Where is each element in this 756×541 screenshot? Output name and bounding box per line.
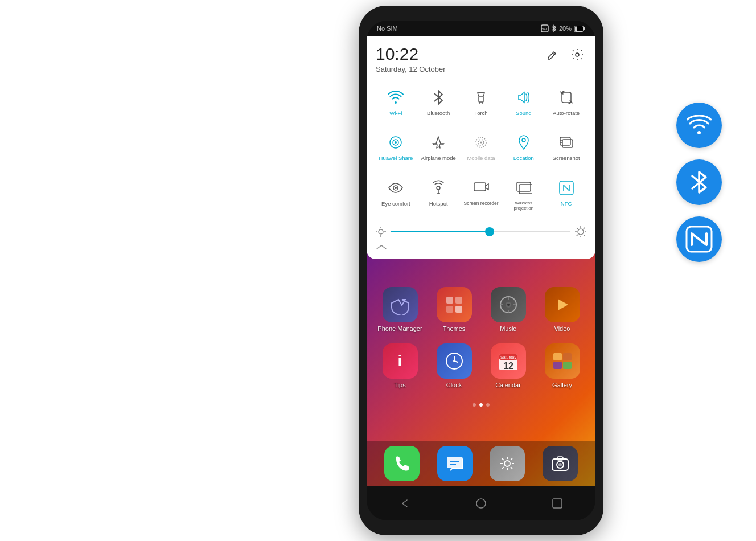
svg-rect-62 [447,457,463,468]
huawei-share-label: Huawei Share [379,155,413,161]
dot-3 [486,403,490,407]
recent-apps-button[interactable] [546,492,569,515]
svg-rect-3 [575,26,577,31]
dock-settings[interactable] [481,446,534,481]
camera-icon [543,446,578,481]
dot-2 [479,403,483,407]
brightness-slider[interactable] [391,231,570,232]
nfc-side-badge [676,216,722,262]
svg-point-48 [507,304,510,306]
page-dots [367,403,595,407]
tile-location[interactable]: Location [503,128,544,166]
svg-rect-43 [455,297,462,304]
dock-camera[interactable] [534,446,587,481]
airplane-icon [428,132,449,153]
tile-bluetooth[interactable]: Bluetooth [418,83,459,121]
mobile-data-icon [471,132,491,153]
airplane-label: Airplane mode [421,155,456,161]
tile-screen-recorder[interactable]: Screen recorder [461,173,502,216]
svg-point-11 [480,142,482,144]
status-icons: NFC 20% [541,24,585,32]
tips-icon: i [383,343,418,379]
svg-line-40 [577,235,578,236]
tile-eye-comfort[interactable]: Eye comfort [376,173,416,216]
phone-manager-icon [383,287,418,322]
app-themes[interactable]: Themes [430,287,478,332]
nfc-label: NFC [561,200,572,207]
tile-mobile-data[interactable]: Mobile data [461,128,502,166]
svg-text:12: 12 [503,361,513,371]
tile-airplane[interactable]: Airplane mode [418,128,459,166]
dock-messages[interactable] [429,446,482,481]
huawei-share-icon [385,132,406,153]
tile-wifi[interactable]: Wi-Fi [376,83,416,121]
app-tips[interactable]: i Tips [376,343,424,388]
app-gallery[interactable]: Gallery [538,343,586,388]
sound-label: Sound [516,110,531,116]
app-clock[interactable]: Clock [430,343,478,388]
tile-autorotate[interactable]: Auto-rotate [546,83,586,121]
calendar-label: Calendar [495,382,521,388]
mobile-data-label: Mobile data [467,155,495,161]
autorotate-label: Auto-rotate [553,110,580,116]
svg-rect-58 [553,353,562,360]
themes-icon [437,287,472,322]
hotspot-icon [428,178,449,198]
dock [367,441,595,486]
video-label: Video [554,325,570,332]
tips-label: Tips [394,382,405,388]
gallery-icon [545,343,580,379]
battery-label: 20% [559,25,572,32]
back-button[interactable] [393,492,416,515]
tile-huawei-share[interactable]: Huawei Share [376,128,416,166]
music-icon [491,287,526,322]
svg-rect-71 [553,499,562,508]
screenshot-label: Screenshot [553,155,580,161]
svg-rect-42 [446,297,453,304]
tile-wireless-proj[interactable]: Wireless projection [503,173,544,216]
svg-rect-44 [446,306,453,313]
bluetooth-side-badge [676,159,722,205]
app-calendar[interactable]: 12 Saturday Calendar [484,343,532,388]
messages-icon [437,446,472,481]
tile-screenshot[interactable]: Screenshot [546,128,586,166]
torch-icon [471,87,491,108]
side-icon-panel [676,103,722,262]
svg-point-20 [395,187,397,189]
phone-screen: No SIM NFC 20% [367,21,595,520]
notif-header: 10:22 Saturday, 12 October [376,46,586,73]
themes-label: Themes [443,325,466,332]
time-date-block: 10:22 Saturday, 12 October [376,46,446,73]
app-music[interactable]: Music [484,287,532,332]
tile-nfc[interactable]: NFC [546,173,586,216]
gallery-label: Gallery [552,382,572,388]
tile-hotspot[interactable]: Hotspot [418,173,459,216]
wireless-proj-label: Wireless projection [504,200,543,211]
panel-arrow[interactable] [376,244,586,250]
bluetooth-label: Bluetooth [427,110,450,116]
screenshot-icon [556,132,577,153]
home-button[interactable] [470,492,492,515]
tile-torch[interactable]: Torch [461,83,502,121]
edit-button[interactable] [543,46,561,64]
app-phone-manager[interactable]: Phone Manager [376,287,424,332]
svg-line-41 [584,228,585,229]
battery-icon [574,26,585,32]
panel-action-icons[interactable] [543,46,586,64]
location-icon [513,132,534,153]
svg-rect-4 [584,27,585,30]
phone-manager-label: Phone Manager [377,325,422,332]
settings-button[interactable] [568,46,586,64]
tile-sound[interactable]: Sound [503,83,544,121]
dock-phone[interactable] [376,446,429,481]
svg-point-65 [504,461,510,466]
settings-app-icon [490,446,525,481]
calendar-icon: 12 Saturday [491,343,526,379]
svg-line-39 [584,235,585,236]
sound-icon [513,87,534,108]
svg-text:NFC: NFC [541,27,549,31]
svg-rect-59 [563,353,572,360]
current-date: Saturday, 12 October [376,65,446,73]
wifi-label: Wi-Fi [389,110,402,116]
app-video[interactable]: Video [538,287,586,332]
